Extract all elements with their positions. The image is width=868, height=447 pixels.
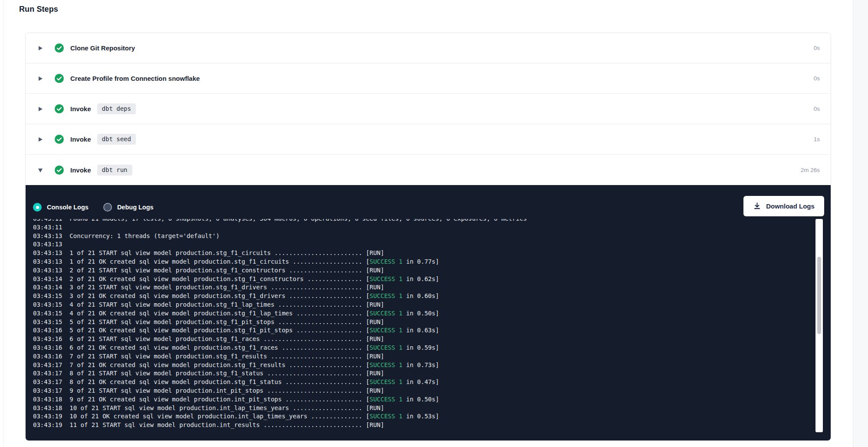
log-line: 03:43:19 11 of 21 START sql view model p…	[33, 421, 831, 430]
log-success-text: SUCCESS 1	[369, 378, 402, 385]
log-timestamp: 03:43:16	[33, 353, 69, 360]
page-background-strip	[853, 0, 868, 447]
log-line: 03:43:15 5 of 21 START sql view model pr…	[33, 318, 831, 327]
radio-selected-icon[interactable]	[33, 203, 42, 212]
log-timestamp: 03:43:11	[33, 224, 62, 231]
log-text: 10 of 21 START sql view model production…	[69, 404, 384, 411]
page: Run Steps Clone Git Repository0sCreate P…	[0, 0, 868, 447]
download-logs-label: Download Logs	[766, 202, 815, 210]
status-check-icon	[55, 135, 64, 144]
chevron-right-icon[interactable]	[39, 137, 43, 142]
log-timestamp: 03:43:14	[33, 275, 69, 282]
log-timestamp: 03:43:13	[33, 258, 69, 265]
status-check-icon	[55, 104, 64, 113]
log-text: 3 of 21 START sql view model production.…	[69, 284, 384, 291]
log-success-text: SUCCESS 1	[369, 396, 402, 403]
step-duration: 1s	[814, 136, 831, 142]
step-label: Invoke	[70, 166, 91, 174]
step-row[interactable]: Invokedbt run2m 26s	[26, 155, 831, 185]
log-line: 03:43:16 6 of 21 OK created sql view mod…	[33, 344, 831, 352]
chevron-right-icon[interactable]	[39, 106, 43, 112]
step-label: Clone Git Repository	[70, 44, 135, 52]
log-line: 03:43:16 7 of 21 START sql view model pr…	[33, 352, 831, 361]
log-text: 9 of 21 OK created sql view model produc…	[69, 396, 369, 403]
log-text: 8 of 21 OK created sql view model produc…	[69, 378, 369, 385]
log-success-text: SUCCESS 1	[369, 344, 402, 351]
log-text: in 0.63s]	[402, 327, 439, 334]
debug-logs-radio[interactable]: Debug Logs	[103, 203, 154, 212]
step-label: Create Profile from Connection snowflake	[70, 75, 200, 82]
log-text: in 0.47s]	[402, 378, 439, 385]
log-text: in 0.59s]	[402, 344, 439, 351]
log-line: 03:43:13	[33, 240, 831, 249]
status-check-icon	[55, 74, 64, 83]
chevron-right-icon[interactable]	[39, 46, 43, 51]
log-text: 4 of 21 START sql view model production.…	[69, 301, 384, 308]
console-logs-radio[interactable]: Console Logs	[33, 203, 89, 212]
log-success-text: SUCCESS 1	[369, 310, 402, 317]
console-logs-label: Console Logs	[47, 204, 89, 211]
download-icon	[753, 202, 761, 210]
log-text: 8 of 21 START sql view model production.…	[69, 370, 384, 377]
log-line: 03:43:15 4 of 21 OK created sql view mod…	[33, 309, 831, 318]
log-line: 03:43:13 1 of 21 OK created sql view mod…	[33, 258, 831, 266]
page-title: Run Steps	[19, 5, 58, 14]
step-row[interactable]: Clone Git Repository0s	[26, 33, 831, 63]
command-chip: dbt deps	[97, 103, 136, 114]
log-success-text: SUCCESS 1	[369, 327, 402, 334]
run-steps-card: Clone Git Repository0sCreate Profile fro…	[25, 33, 831, 441]
log-line: 03:43:17 7 of 21 OK created sql view mod…	[33, 361, 831, 370]
log-text: 2 of 21 START sql view model production.…	[69, 267, 384, 274]
log-text: in 0.53s]	[402, 413, 439, 420]
log-timestamp: 03:43:15	[33, 310, 69, 317]
log-text: in 0.50s]	[402, 396, 439, 403]
log-scrollbar-thumb[interactable]	[817, 257, 821, 334]
log-line: 03:43:14 3 of 21 START sql view model pr…	[33, 283, 831, 292]
log-viewport[interactable]: 03:43:11 Found 21 models, 17 tests, 0 sn…	[26, 219, 831, 440]
radio-unselected-icon[interactable]	[103, 203, 112, 212]
step-row[interactable]: Create Profile from Connection snowflake…	[26, 63, 831, 94]
log-timestamp: 03:43:14	[33, 284, 69, 291]
log-text: 5 of 21 OK created sql view model produc…	[69, 327, 369, 334]
log-text: 4 of 21 OK created sql view model produc…	[69, 310, 369, 317]
log-timestamp: 03:43:11	[33, 219, 69, 222]
log-text: 10 of 21 OK created sql view model produ…	[69, 413, 369, 420]
status-check-icon	[55, 166, 64, 175]
step-label: Invoke	[70, 105, 91, 113]
log-timestamp: 03:43:13	[33, 249, 69, 256]
log-type-radio-group: Console Logs Debug Logs	[33, 203, 154, 212]
log-line: 03:43:17 9 of 21 START sql view model pr…	[33, 387, 831, 395]
log-text: 1 of 21 OK created sql view model produc…	[69, 258, 369, 265]
log-line: 03:43:18 9 of 21 OK created sql view mod…	[33, 395, 831, 404]
log-timestamp: 03:43:17	[33, 361, 69, 368]
log-text: 5 of 21 START sql view model production.…	[69, 318, 384, 325]
log-timestamp: 03:43:17	[33, 370, 69, 377]
steps-rows: Clone Git Repository0sCreate Profile fro…	[26, 33, 831, 185]
chevron-right-icon[interactable]	[39, 76, 43, 81]
log-text: 3 of 21 OK created sql view model produc…	[69, 292, 369, 299]
log-line: 03:43:13 2 of 21 START sql view model pr…	[33, 266, 831, 275]
log-timestamp: 03:43:16	[33, 344, 69, 351]
step-row[interactable]: Invokedbt deps0s	[26, 94, 831, 124]
log-line: 03:43:14 2 of 21 OK created sql view mod…	[33, 275, 831, 284]
log-timestamp: 03:43:15	[33, 301, 69, 308]
log-line: 03:43:13 Concurrency: 1 threads (target=…	[33, 232, 831, 241]
log-line: 03:43:17 8 of 21 OK created sql view mod…	[33, 378, 831, 387]
log-timestamp: 03:43:18	[33, 396, 69, 403]
log-success-text: SUCCESS 1	[369, 292, 402, 299]
log-scrollbar[interactable]	[815, 219, 823, 432]
step-row[interactable]: Invokedbt seed1s	[26, 124, 831, 155]
log-text: 1 of 21 START sql view model production.…	[69, 249, 384, 256]
log-success-text: SUCCESS 1	[369, 413, 402, 420]
log-timestamp: 03:43:13	[33, 267, 69, 274]
log-success-text: SUCCESS 1	[369, 275, 402, 282]
debug-logs-label: Debug Logs	[117, 204, 154, 211]
page-left-divider	[3, 0, 4, 447]
step-duration: 2m 26s	[801, 167, 831, 173]
chevron-down-icon[interactable]	[39, 167, 43, 172]
log-timestamp: 03:43:16	[33, 327, 69, 334]
log-text: in 0.62s]	[402, 275, 439, 282]
log-text: 6 of 21 OK created sql view model produc…	[69, 344, 369, 351]
log-line: 03:43:11 Found 21 models, 17 tests, 0 sn…	[33, 219, 831, 223]
download-logs-button[interactable]: Download Logs	[743, 196, 824, 216]
